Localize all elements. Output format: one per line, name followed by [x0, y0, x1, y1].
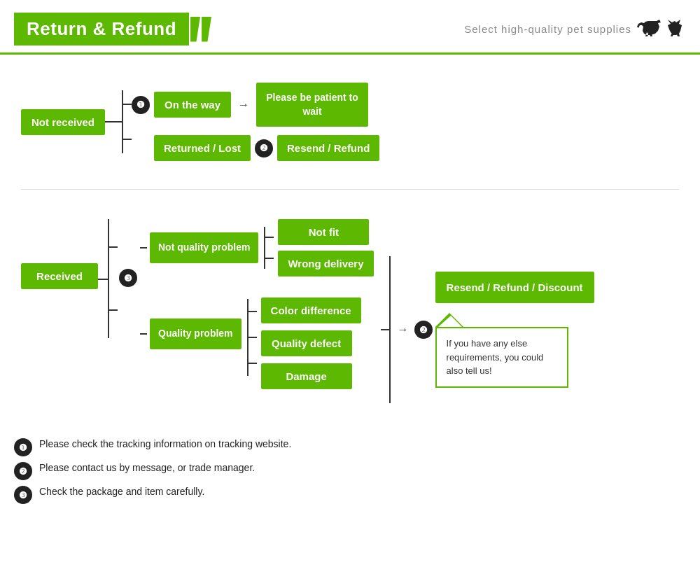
rrd-box: Resend / Refund / Discount — [435, 272, 594, 303]
not-quality-items: Not fit Wrong delivery — [278, 219, 373, 276]
returned-lost-box: Returned / Lost — [154, 135, 251, 161]
nq-bracket — [264, 227, 274, 269]
wrong-delivery-box: Wrong delivery — [278, 251, 373, 276]
arrow-result: → — [395, 323, 412, 336]
nr-rows: ❶ On the way → Please be patient to wait… — [132, 83, 379, 161]
quality-items: Color difference Quality defect Damage — [261, 298, 361, 389]
result-bracket — [381, 256, 391, 403]
speech-bubble-wrapper: If you have any else requirements, you c… — [435, 313, 575, 388]
q-bracket — [247, 299, 257, 376]
footer-notes: ❶ Please check the tracking information … — [0, 438, 700, 504]
footer-note-2: ❷ Please contact us by message, or trade… — [14, 462, 686, 480]
nr-row-1: ❶ On the way → Please be patient to wait — [132, 83, 379, 127]
result-col: Resend / Refund / Discount If you have a… — [435, 272, 594, 388]
footer-note-3: ❸ Check the package and item carefully. — [14, 486, 686, 504]
footer-text-1: Please check the tracking information on… — [39, 438, 291, 449]
badge-1: ❶ — [132, 96, 150, 114]
line-branch2 — [140, 333, 147, 335]
bubble-arrow-svg — [435, 313, 575, 327]
on-the-way-box: On the way — [154, 92, 231, 118]
dog-icon — [637, 20, 662, 39]
quality-problem-box: Quality problem — [150, 318, 241, 349]
pet-icons — [637, 20, 686, 39]
result2-box: Resend / Refund — [277, 135, 379, 161]
header-title: Return & Refund — [27, 18, 176, 40]
line-branch1 — [140, 247, 147, 248]
badge-2-bottom: ❷ — [414, 321, 433, 339]
header-zigzag — [189, 17, 211, 42]
result-area: → ❷ Resend / Refund / Discount If you ha… — [381, 246, 594, 403]
branch-quality: Quality problem Color difference Quality… — [140, 298, 374, 389]
damage-box: Damage — [261, 363, 352, 389]
footer-badge-2: ❷ — [14, 462, 32, 480]
line-h1 — [105, 121, 122, 122]
nr-row-2: Returned / Lost ❷ Resend / Refund — [132, 135, 379, 161]
received-section: Received ❸ Not quality problem — [21, 204, 679, 403]
quality-defect-row: Quality defect — [261, 330, 361, 356]
recv-bracket-svg — [108, 219, 118, 338]
not-fit-row: Not fit — [278, 219, 373, 245]
footer-badge-1: ❶ — [14, 438, 32, 456]
footer-text-3: Check the package and item carefully. — [39, 486, 204, 497]
arrow-1: → — [235, 99, 252, 111]
color-diff-row: Color difference — [261, 298, 361, 323]
quality-defect-box: Quality defect — [261, 330, 352, 356]
received-box: Received — [21, 263, 98, 289]
not-fit-box: Not fit — [278, 219, 369, 245]
badge-3: ❸ — [119, 269, 137, 287]
nr-bracket-svg — [122, 90, 132, 153]
cat-icon — [665, 20, 686, 39]
badge-2-top: ❷ — [255, 139, 273, 158]
result-row: → ❷ Resend / Refund / Discount If you ha… — [381, 256, 594, 403]
footer-badge-3: ❸ — [14, 486, 32, 504]
divider — [21, 189, 679, 190]
footer-note-1: ❶ Please check the tracking information … — [14, 438, 686, 456]
sub-branches: Not quality problem Not fit Wrong delive… — [140, 219, 374, 389]
not-received-box: Not received — [21, 109, 105, 135]
footer-text-2: Please contact us by message, or trade m… — [39, 462, 255, 473]
branch-not-quality: Not quality problem Not fit Wrong delive… — [140, 219, 374, 276]
header-subtitle: Select high-quality pet supplies — [464, 20, 686, 39]
color-difference-box: Color difference — [261, 298, 361, 323]
not-received-section: Not received ❶ On the way → Please be pa… — [21, 83, 679, 161]
main-content: Not received ❶ On the way → Please be pa… — [0, 55, 700, 417]
line-recv — [98, 279, 108, 280]
wrong-delivery-row: Wrong delivery — [278, 251, 373, 276]
header-title-box: Return & Refund — [14, 13, 189, 46]
header: Return & Refund Select high-quality pet … — [0, 0, 700, 55]
not-quality-box: Not quality problem — [150, 232, 258, 263]
speech-bubble: If you have any else requirements, you c… — [435, 327, 568, 388]
result1-box: Please be patient to wait — [256, 83, 368, 127]
damage-row: Damage — [261, 363, 361, 389]
